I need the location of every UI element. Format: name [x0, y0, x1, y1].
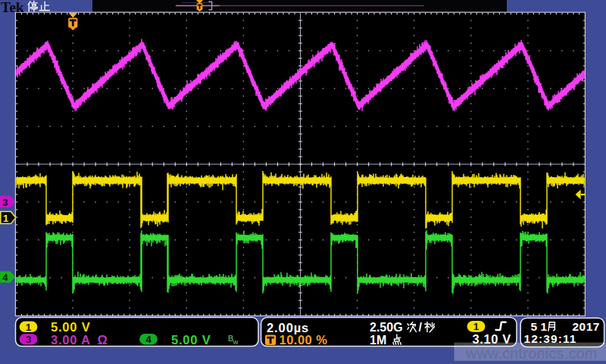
svg-text:4: 4 — [145, 334, 152, 345]
svg-text:Ω: Ω — [98, 333, 108, 347]
svg-text:5 1: 5 1 — [531, 320, 548, 333]
svg-text:5.00 V: 5.00 V — [51, 320, 91, 334]
svg-text:3: 3 — [26, 334, 32, 345]
svg-text:3: 3 — [2, 197, 8, 208]
svg-text:1M: 1M — [370, 334, 386, 347]
svg-text:3.00 A: 3.00 A — [51, 333, 91, 347]
svg-text:Tek: Tek — [1, 0, 24, 15]
svg-text:W: W — [233, 339, 239, 346]
svg-text:www.cntronics.com: www.cntronics.com — [465, 345, 598, 362]
svg-text:/: / — [419, 321, 423, 334]
svg-text:10.00 %: 10.00 % — [280, 333, 328, 347]
svg-text:2.50G: 2.50G — [370, 321, 403, 334]
svg-text:1: 1 — [473, 321, 479, 332]
svg-text:1: 1 — [26, 322, 32, 333]
svg-text:1: 1 — [3, 213, 8, 224]
svg-text:5.00 V: 5.00 V — [171, 333, 211, 347]
svg-text:4: 4 — [2, 272, 8, 283]
svg-text:2017: 2017 — [573, 320, 600, 333]
